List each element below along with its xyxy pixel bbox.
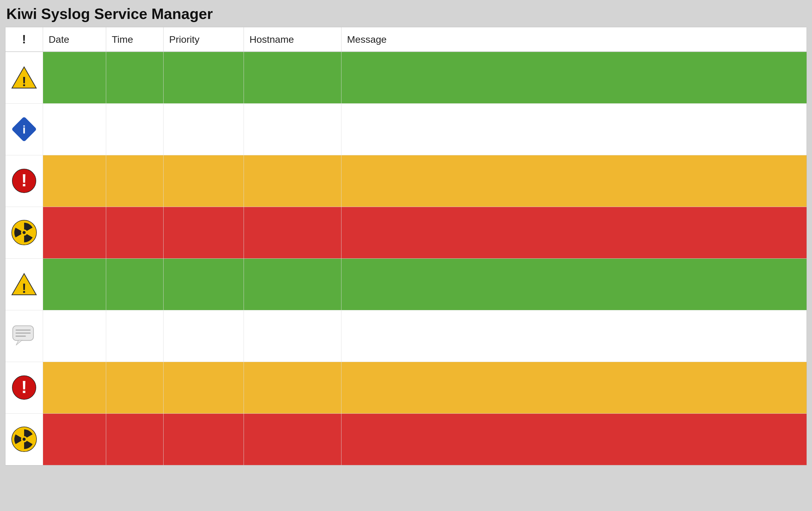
svg-text:i: i bbox=[22, 123, 26, 136]
syslog-table-wrapper: ! Date Time Priority Hostname Message ! bbox=[5, 27, 807, 466]
row-priority bbox=[163, 362, 243, 414]
row-priority bbox=[163, 310, 243, 362]
row-icon-cell bbox=[5, 207, 43, 258]
row-priority bbox=[163, 155, 243, 207]
row-date bbox=[43, 155, 106, 207]
row-priority bbox=[163, 103, 243, 155]
svg-text:!: ! bbox=[21, 170, 27, 190]
row-priority bbox=[163, 414, 243, 465]
row-icon-cell bbox=[5, 414, 43, 465]
col-header-icon: ! bbox=[5, 27, 43, 52]
table-row[interactable]: ! bbox=[5, 362, 807, 414]
col-header-hostname: Hostname bbox=[243, 27, 341, 52]
svg-point-8 bbox=[22, 231, 26, 234]
error-red-icon: ! bbox=[5, 375, 43, 400]
table-row[interactable] bbox=[5, 207, 807, 258]
row-hostname bbox=[243, 362, 341, 414]
radiation-icon bbox=[5, 220, 43, 246]
row-date bbox=[43, 207, 106, 258]
table-row[interactable]: ! bbox=[5, 52, 807, 103]
col-header-priority: Priority bbox=[163, 27, 243, 52]
row-message bbox=[341, 258, 807, 310]
row-time bbox=[106, 310, 163, 362]
row-hostname bbox=[243, 207, 341, 258]
warning-yellow-icon: ! bbox=[5, 271, 43, 297]
table-row[interactable] bbox=[5, 414, 807, 465]
col-header-message: Message bbox=[341, 27, 807, 52]
row-hostname bbox=[243, 414, 341, 465]
svg-text:!: ! bbox=[21, 377, 27, 397]
svg-text:!: ! bbox=[22, 74, 26, 89]
row-date bbox=[43, 52, 106, 103]
row-time bbox=[106, 103, 163, 155]
row-message bbox=[341, 155, 807, 207]
app-title: Kiwi Syslog Service Manager bbox=[5, 5, 807, 22]
row-icon-cell: ! bbox=[5, 258, 43, 310]
row-message bbox=[341, 310, 807, 362]
row-message bbox=[341, 52, 807, 103]
row-icon-cell: ! bbox=[5, 52, 43, 103]
svg-point-20 bbox=[22, 438, 26, 441]
row-time bbox=[106, 362, 163, 414]
row-hostname bbox=[243, 103, 341, 155]
row-icon-cell: ! bbox=[5, 155, 43, 207]
error-red-icon: ! bbox=[5, 169, 43, 193]
svg-text:!: ! bbox=[22, 281, 26, 296]
row-hostname bbox=[243, 155, 341, 207]
row-message bbox=[341, 207, 807, 258]
row-time bbox=[106, 155, 163, 207]
row-date bbox=[43, 414, 106, 465]
info-diamond-icon: i bbox=[5, 116, 43, 142]
radiation-icon bbox=[5, 426, 43, 452]
table-row[interactable]: ! bbox=[5, 258, 807, 310]
row-priority bbox=[163, 52, 243, 103]
svg-marker-12 bbox=[16, 340, 22, 345]
row-message bbox=[341, 103, 807, 155]
row-date bbox=[43, 362, 106, 414]
row-date bbox=[43, 258, 106, 310]
row-time bbox=[106, 414, 163, 465]
row-hostname bbox=[243, 258, 341, 310]
row-priority bbox=[163, 207, 243, 258]
row-icon-cell: ! bbox=[5, 362, 43, 414]
col-header-time: Time bbox=[106, 27, 163, 52]
col-header-date: Date bbox=[43, 27, 106, 52]
row-icon-cell: i bbox=[5, 103, 43, 155]
row-hostname bbox=[243, 52, 341, 103]
row-time bbox=[106, 258, 163, 310]
warning-yellow-icon: ! bbox=[5, 65, 43, 90]
row-priority bbox=[163, 258, 243, 310]
syslog-table: ! Date Time Priority Hostname Message ! bbox=[5, 27, 807, 465]
speech-bubble-icon bbox=[5, 324, 43, 347]
row-hostname bbox=[243, 310, 341, 362]
table-row[interactable]: i bbox=[5, 103, 807, 155]
table-row[interactable] bbox=[5, 310, 807, 362]
row-date bbox=[43, 310, 106, 362]
table-header-row: ! Date Time Priority Hostname Message bbox=[5, 27, 807, 52]
row-message bbox=[341, 362, 807, 414]
row-time bbox=[106, 207, 163, 258]
row-icon-cell bbox=[5, 310, 43, 362]
row-time bbox=[106, 52, 163, 103]
row-date bbox=[43, 103, 106, 155]
table-row[interactable]: ! bbox=[5, 155, 807, 207]
row-message bbox=[341, 414, 807, 465]
